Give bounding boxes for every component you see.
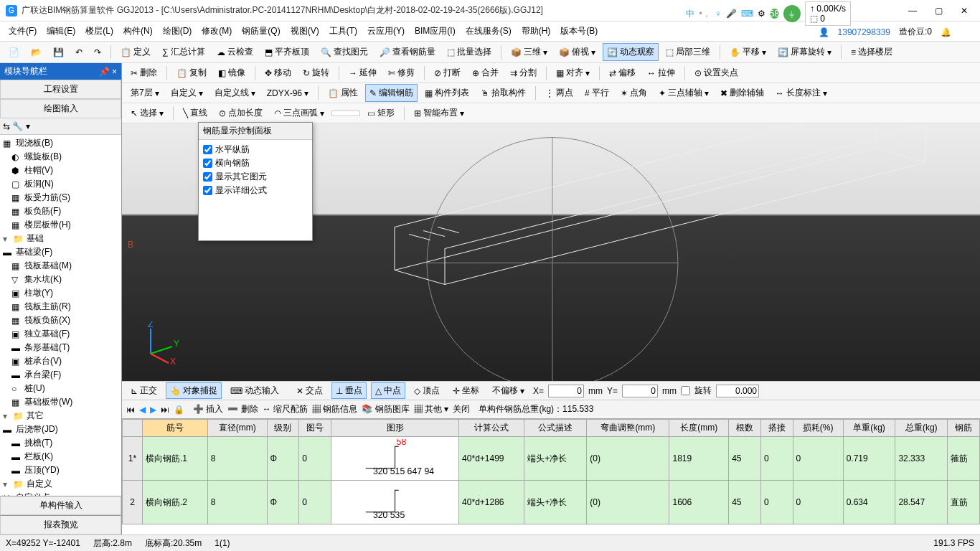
popup-option[interactable]: 水平纵筋 [203,143,308,156]
point-length-button[interactable]: ⊙ 点加长度 [215,104,267,122]
dynamic-input-button[interactable]: ⌨ 动态输入 [226,382,283,399]
pin-icon[interactable]: 📌 [99,67,110,77]
two-point-button[interactable]: ⋮ 两点 [541,84,578,102]
tab-project-settings[interactable]: 工程设置 [0,80,121,99]
menu-cloud[interactable]: 云应用(Y) [363,23,409,39]
close-sidebar-icon[interactable]: × [112,67,117,77]
menu-tool[interactable]: 工具(T) [325,23,362,39]
shrink-button[interactable]: ↔ 缩尺配筋 [263,403,308,415]
nav-last-icon[interactable]: ⏭ [161,405,169,415]
popup-option[interactable]: 显示详细公式 [203,184,308,197]
object-snap-button[interactable]: 👆 对象捕捉 [166,382,222,399]
undo-icon[interactable]: ↶ [71,44,87,60]
menu-online[interactable]: 在线服务(S) [461,23,516,39]
offset-button[interactable]: ⇄ 偏移 [605,64,640,82]
nav-first-icon[interactable]: ⏮ [126,405,135,415]
select-floor-button[interactable]: ≡ 选择楼层 [847,43,897,61]
kind-select[interactable]: 自定义线 ▾ [210,84,260,102]
menu-edit[interactable]: 编辑(E) [42,23,80,39]
dimension-button[interactable]: ↔ 长度标注 ▾ [771,84,831,102]
close-button[interactable]: ✕ [954,4,974,18]
component-tree[interactable]: ▦现浇板(B) ◐螺旋板(B) ⬢柱帽(V) ▢板洞(N) ▦板受力筋(S) ▦… [0,135,121,496]
del-aux-button[interactable]: ✖ 删除辅轴 [716,84,768,102]
mid-snap[interactable]: △ 中点 [371,382,405,399]
menu-modify[interactable]: 修改(M) [197,23,236,39]
insert-row-button[interactable]: ➕ 插入 [193,403,223,415]
line-button[interactable]: ╲ 直线 [179,104,212,122]
maximize-button[interactable]: ▢ [928,4,948,18]
delete-button[interactable]: ✂ 删除 [126,64,161,82]
perp-snap[interactable]: ⊥ 垂点 [331,382,367,399]
menu-draw[interactable]: 绘图(D) [159,23,197,39]
align-button[interactable]: ▦ 对齐 ▾ [552,64,594,82]
rebar-table-wrap[interactable]: 筋号直径(mm)级别图号图形计算公式公式描述弯曲调整(mm)长度(mm)根数搭接… [122,418,980,534]
top-snap[interactable]: ◇ 顶点 [410,382,444,399]
nav-prev-icon[interactable]: ◀ [139,405,146,415]
rotate-input[interactable] [716,385,759,397]
open-icon[interactable]: 📂 [27,44,46,60]
delete-row-button[interactable]: ➖ 删除 [227,403,258,415]
color-button[interactable] [331,110,360,116]
lock-icon[interactable]: 🔒 [174,405,184,415]
screen-rotate-button[interactable]: 🔄 屏幕旋转 ▾ [773,43,836,61]
tab-single-component[interactable]: 单构件输入 [0,496,121,515]
find-rebar-button[interactable]: 🔎 查看钢筋量 [375,43,440,61]
rebar-display-panel[interactable]: 钢筋显示控制面板 水平纵筋 横向钢筋 显示其它图元 显示详细公式 [198,122,313,241]
y-input[interactable] [622,385,658,397]
bell-icon[interactable]: 🔔 [941,27,951,37]
attribute-button[interactable]: 📋 属性 [324,84,362,102]
extend-button[interactable]: → 延伸 [344,64,381,82]
menu-file[interactable]: 文件(F) [4,23,41,39]
batch-select-button[interactable]: ⬚ 批量选择 [443,43,496,61]
pick-component-button[interactable]: 🖱 拾取构件 [476,84,530,102]
view-3d-button[interactable]: 📦 三维 ▾ [507,43,552,61]
find-element-button[interactable]: 🔍 查找图元 [316,43,372,61]
user-phone[interactable]: 13907298339 [838,27,890,37]
angle-button[interactable]: ✶ 点角 [616,84,651,102]
stretch-button[interactable]: ↔ 拉伸 [643,64,679,82]
smart-layout-button[interactable]: ⊞ 智能布置 ▾ [410,104,468,122]
menu-rebar[interactable]: 钢筋量(Q) [237,23,284,39]
split-button[interactable]: ⇉ 分割 [506,64,541,82]
tab-draw-input[interactable]: 绘图输入 [0,99,121,118]
dynamic-view-button[interactable]: 🔄 动态观察 [603,43,659,61]
parallel-button[interactable]: # 平行 [580,84,613,102]
save-icon[interactable]: 💾 [49,44,68,60]
cross-snap[interactable]: ✕ 交点 [292,382,327,399]
three-aux-button[interactable]: ✦ 三点辅轴 ▾ [654,84,713,102]
rebar-info-button[interactable]: ▦ 钢筋信息 [312,403,357,415]
ortho-button[interactable]: ⊾ 正交 [126,382,161,399]
copy-button[interactable]: 📋 复制 [172,64,211,82]
rebar-table[interactable]: 筋号直径(mm)级别图号图形计算公式公式描述弯曲调整(mm)长度(mm)根数搭接… [122,419,980,524]
new-icon[interactable]: 📄 [4,44,24,60]
trim-button[interactable]: ✄ 修剪 [384,64,419,82]
tab-report-preview[interactable]: 报表预览 [0,515,121,534]
edit-rebar-button[interactable]: ✎ 编辑钢筋 [365,84,418,102]
floor-select[interactable]: 第7层 ▾ [126,84,164,102]
popup-option[interactable]: 显示其它图元 [203,170,308,184]
x-input[interactable] [548,385,584,397]
menu-view[interactable]: 视图(V) [286,23,324,39]
rebar-lib-button[interactable]: 📚 钢筋图库 [362,403,409,415]
rotate-checkbox[interactable] [681,386,690,395]
code-select[interactable]: ZDYX-96 ▾ [263,85,313,101]
rotate-button[interactable]: ↻ 旋转 [298,64,334,82]
mirror-button[interactable]: ◧ 镜像 [214,64,250,82]
move-button[interactable]: ✥ 移动 [260,64,296,82]
sum-button[interactable]: ∑ 汇总计算 [158,43,209,61]
menu-version[interactable]: 版本号(B) [556,23,602,39]
offset-select[interactable]: 不偏移 ▾ [488,382,529,399]
minimize-button[interactable]: — [903,4,923,18]
define-button[interactable]: 📋 定义 [116,43,155,61]
close-panel-button[interactable]: 关闭 [453,403,470,415]
arc3-button[interactable]: ◠ 三点画弧 ▾ [270,104,329,122]
menu-help[interactable]: 帮助(H) [517,23,555,39]
nav-next-icon[interactable]: ▶ [150,405,156,415]
component-list-button[interactable]: ▦ 构件列表 [420,84,473,102]
flatten-button[interactable]: ⬒ 平齐板顶 [260,43,314,61]
rect-button[interactable]: ▭ 矩形 [363,104,399,122]
category-select[interactable]: 自定义 ▾ [166,84,207,102]
popup-option[interactable]: 横向钢筋 [203,156,308,170]
local-3d-button[interactable]: ⬚ 局部三维 [661,43,715,61]
merge-button[interactable]: ⊕ 合并 [468,64,503,82]
